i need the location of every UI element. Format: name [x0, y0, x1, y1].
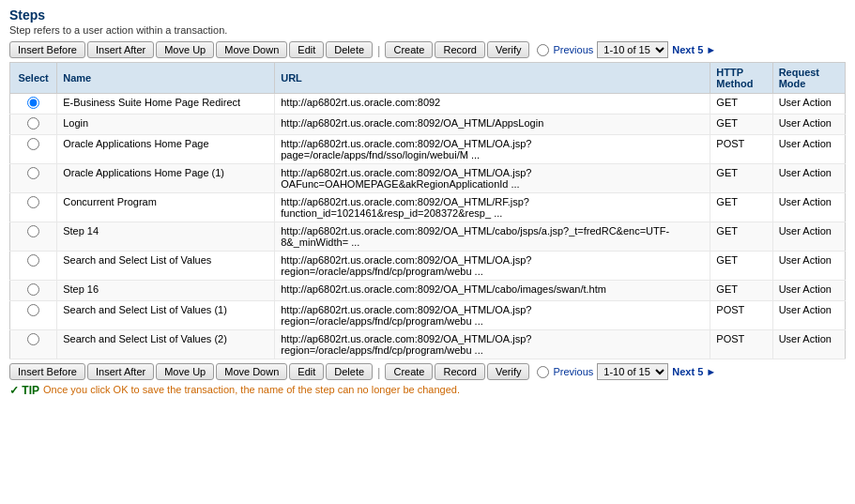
insert-before-button-top[interactable]: Insert Before	[9, 41, 85, 58]
tip-text: Once you click OK to save the transactio…	[43, 384, 460, 395]
method-cell: POST	[710, 135, 772, 164]
row-radio[interactable]	[27, 283, 39, 296]
name-cell: Search and Select List of Values	[57, 252, 275, 281]
previous-radio-bottom[interactable]	[537, 366, 549, 378]
table-row: Step 16http://ap6802rt.us.oracle.com:809…	[10, 281, 846, 301]
move-up-button-top[interactable]: Move Up	[156, 41, 214, 58]
mode-cell: User Action	[772, 301, 845, 330]
select-cell	[10, 330, 57, 359]
delete-button-top[interactable]: Delete	[326, 41, 373, 58]
name-cell: Search and Select List of Values (2)	[57, 330, 275, 359]
delete-button-bottom[interactable]: Delete	[326, 363, 373, 380]
row-radio[interactable]	[27, 138, 39, 150]
select-cell	[10, 135, 57, 164]
col-header-mode: RequestMode	[772, 63, 845, 94]
method-cell: POST	[710, 330, 772, 359]
verify-button-bottom[interactable]: Verify	[487, 363, 530, 380]
record-button-bottom[interactable]: Record	[435, 363, 484, 380]
select-cell	[10, 301, 57, 330]
previous-radio-top[interactable]	[537, 44, 549, 56]
select-cell	[10, 281, 57, 301]
row-radio[interactable]	[27, 254, 39, 267]
page-range-select-bottom[interactable]: 1-10 of 15	[597, 363, 668, 380]
mode-cell: User Action	[772, 281, 845, 301]
col-header-method: HTTPMethod	[710, 63, 772, 94]
row-radio[interactable]	[27, 117, 39, 130]
create-button-bottom[interactable]: Create	[385, 363, 433, 380]
name-cell: Oracle Applications Home Page	[57, 135, 275, 164]
steps-table: Select Name URL HTTPMethod RequestMode E…	[9, 62, 846, 359]
mode-cell: User Action	[772, 135, 845, 164]
row-radio[interactable]	[27, 97, 39, 109]
method-cell: GET	[710, 94, 772, 115]
insert-before-button-bottom[interactable]: Insert Before	[9, 363, 85, 380]
name-cell: Step 16	[57, 281, 275, 301]
col-header-url: URL	[275, 63, 710, 94]
edit-button-top[interactable]: Edit	[289, 41, 324, 58]
mode-cell: User Action	[772, 94, 845, 115]
select-cell	[10, 164, 57, 193]
name-cell: Login	[57, 115, 275, 135]
table-row: Loginhttp://ap6802rt.us.oracle.com:8092/…	[10, 115, 846, 135]
row-radio[interactable]	[27, 333, 39, 345]
row-radio[interactable]	[27, 196, 39, 208]
tip-icon: ✓ TIP	[9, 384, 39, 397]
url-cell: http://ap6802rt.us.oracle.com:8092/OA_HT…	[275, 281, 710, 301]
edit-button-bottom[interactable]: Edit	[289, 363, 324, 380]
move-up-button-bottom[interactable]: Move Up	[156, 363, 214, 380]
move-down-button-bottom[interactable]: Move Down	[216, 363, 287, 380]
table-row: Step 14http://ap6802rt.us.oracle.com:809…	[10, 222, 846, 252]
table-row: Search and Select List of Valueshttp://a…	[10, 252, 846, 281]
row-radio[interactable]	[27, 167, 39, 179]
method-cell: GET	[710, 193, 772, 222]
mode-cell: User Action	[772, 115, 845, 135]
url-cell: http://ap6802rt.us.oracle.com:8092/OA_HT…	[275, 135, 710, 164]
table-row: E-Business Suite Home Page Redirecthttp:…	[10, 94, 846, 115]
table-row: Oracle Applications Home Page (1)http://…	[10, 164, 846, 193]
mode-cell: User Action	[772, 193, 845, 222]
mode-cell: User Action	[772, 222, 845, 252]
insert-after-button-bottom[interactable]: Insert After	[87, 363, 154, 380]
url-cell: http://ap6802rt.us.oracle.com:8092/OA_HT…	[275, 164, 710, 193]
table-row: Concurrent Programhttp://ap6802rt.us.ora…	[10, 193, 846, 222]
url-cell: http://ap6802rt.us.oracle.com:8092/OA_HT…	[275, 252, 710, 281]
method-cell: GET	[710, 252, 772, 281]
bottom-toolbar: Insert Before Insert After Move Up Move …	[9, 363, 846, 380]
select-cell	[10, 193, 57, 222]
mode-cell: User Action	[772, 330, 845, 359]
name-cell: Oracle Applications Home Page (1)	[57, 164, 275, 193]
url-cell: http://ap6802rt.us.oracle.com:8092	[275, 94, 710, 115]
record-button-top[interactable]: Record	[435, 41, 484, 58]
next-button-top[interactable]: Next 5 ►	[672, 44, 716, 55]
row-radio[interactable]	[27, 225, 39, 237]
separator-bottom: |	[377, 365, 380, 379]
previous-label-bottom[interactable]: Previous	[553, 366, 593, 377]
col-header-select: Select	[10, 63, 57, 94]
method-cell: POST	[710, 301, 772, 330]
insert-after-button-top[interactable]: Insert After	[87, 41, 154, 58]
method-cell: GET	[710, 281, 772, 301]
verify-button-top[interactable]: Verify	[487, 41, 530, 58]
page-range-select-top[interactable]: 1-10 of 15	[597, 41, 668, 58]
url-cell: http://ap6802rt.us.oracle.com:8092/OA_HT…	[275, 115, 710, 135]
nav-section-bottom: Previous 1-10 of 15 Next 5 ►	[537, 363, 716, 380]
name-cell: Search and Select List of Values (1)	[57, 301, 275, 330]
table-row: Search and Select List of Values (1)http…	[10, 301, 846, 330]
name-cell: Step 14	[57, 222, 275, 252]
tip-bar: ✓ TIP Once you click OK to save the tran…	[9, 384, 846, 397]
table-row: Oracle Applications Home Pagehttp://ap68…	[10, 135, 846, 164]
previous-label-top[interactable]: Previous	[553, 44, 593, 55]
row-radio[interactable]	[27, 304, 39, 316]
table-row: Search and Select List of Values (2)http…	[10, 330, 846, 359]
url-cell: http://ap6802rt.us.oracle.com:8092/OA_HT…	[275, 193, 710, 222]
move-down-button-top[interactable]: Move Down	[216, 41, 287, 58]
select-cell	[10, 94, 57, 115]
next-button-bottom[interactable]: Next 5 ►	[672, 366, 716, 377]
mode-cell: User Action	[772, 164, 845, 193]
col-header-name: Name	[57, 63, 275, 94]
separator-top: |	[377, 43, 380, 57]
select-cell	[10, 252, 57, 281]
create-button-top[interactable]: Create	[385, 41, 433, 58]
mode-cell: User Action	[772, 252, 845, 281]
method-cell: GET	[710, 164, 772, 193]
